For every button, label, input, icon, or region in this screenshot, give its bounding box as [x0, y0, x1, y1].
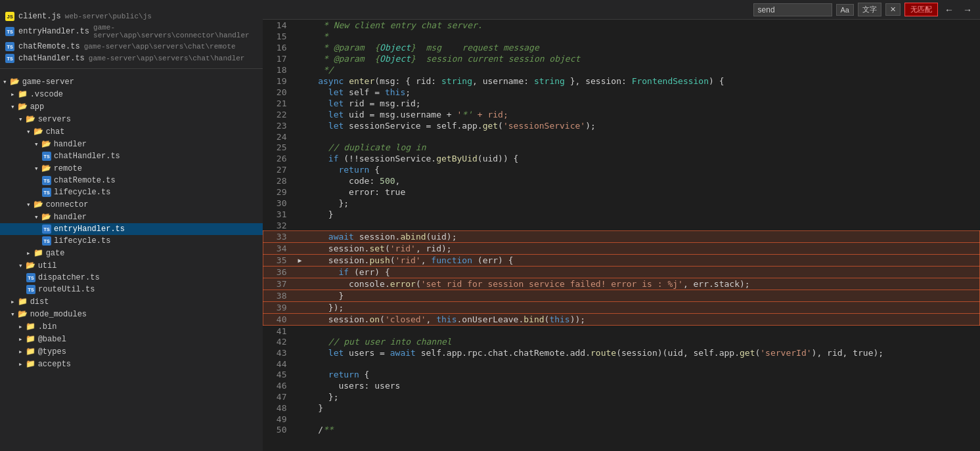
arrow-indicator [295, 314, 305, 326]
line-content [305, 220, 980, 231]
search-next-button[interactable]: → [960, 5, 975, 15]
recent-file-chatremote[interactable]: TS chatRemote.ts game-server\app\servers… [0, 41, 263, 53]
recent-file-client[interactable]: JS client.js web-server\public\js [0, 11, 263, 22]
tree-item-label: lifecycle.ts [54, 188, 110, 197]
tree-item-dist-folder[interactable]: ▸📁dist [0, 295, 263, 308]
arrow-indicator [295, 142, 305, 153]
tree-item-chatHandler-file[interactable]: TSchatHandler.ts [0, 150, 263, 162]
arrow-indicator [295, 278, 305, 290]
recent-files: JS client.js web-server\public\js TS ent… [0, 8, 263, 67]
tree-item-label: .vscode [30, 90, 63, 99]
tree-item-types-folder[interactable]: ▸📁@types [0, 345, 263, 358]
tree-item-app[interactable]: ▾📂app [0, 100, 263, 113]
line-number: 30 [263, 198, 295, 209]
ts-file-icon: TS [5, 42, 14, 51]
search-aa-button[interactable]: Aa [836, 4, 854, 16]
arrow-indicator [295, 164, 305, 175]
code-line-39: 39 }); [263, 302, 980, 314]
tree-item-label: util [38, 261, 57, 270]
code-line-35: 35▶ session.push('rid', function (err) { [263, 255, 980, 267]
line-number: 45 [263, 369, 295, 380]
arrow-indicator [295, 209, 305, 220]
tree-item-remote-folder[interactable]: ▾📂remote [0, 162, 263, 175]
tree-item-handler2-folder[interactable]: ▾📂handler [0, 211, 263, 223]
tree-item-babel-folder[interactable]: ▸📁@babel [0, 333, 263, 345]
line-number: 31 [263, 209, 295, 220]
line-number: 42 [263, 336, 295, 347]
workspace-header[interactable] [0, 70, 263, 75]
tree-item-routeUtil-file[interactable]: TSrouteUtil.ts [0, 284, 263, 295]
tree-item-servers[interactable]: ▾📂servers [0, 113, 263, 125]
arrow-indicator [295, 336, 305, 347]
arrow-indicator [295, 220, 305, 231]
tree-item-util-folder[interactable]: ▾📂util [0, 259, 263, 272]
recent-file-entryhandler[interactable]: TS entryHandler.ts game-server\app\serve… [0, 22, 263, 41]
tree-item-chat-folder[interactable]: ▾📂chat [0, 125, 263, 138]
line-number: 35 [263, 255, 295, 267]
line-content: session.on('closed', this.onUserLeave.bi… [305, 314, 980, 326]
file-path: web-server\public\js [65, 12, 152, 20]
line-content: * @param {Object} session current sessio… [305, 53, 980, 64]
line-content: error: true [305, 186, 980, 198]
line-number: 20 [263, 87, 295, 98]
code-editor[interactable]: 14 * New client entry chat server.15 *16… [263, 20, 980, 451]
recent-file-chathandler[interactable]: TS chatHandler.ts game-server\app\server… [0, 53, 263, 64]
line-content: }; [305, 198, 980, 209]
line-number: 32 [263, 220, 295, 231]
search-prev-button[interactable]: ← [942, 5, 956, 15]
line-content [305, 326, 980, 337]
arrow-indicator [295, 380, 305, 391]
tree-item-dispatcher-file[interactable]: TSdispatcher.ts [0, 272, 263, 284]
code-line-19: 19 async enter(msg: { rid: string, usern… [263, 75, 980, 87]
tree-item-node_modules-folder[interactable]: ▾📂node_modules [0, 308, 263, 320]
arrow-indicator [295, 302, 305, 314]
line-number: 40 [263, 314, 295, 326]
tree-item-lifecycle2-file[interactable]: TSlifecycle.ts [0, 235, 263, 247]
line-number: 15 [263, 31, 295, 42]
tree-item-bin-folder[interactable]: ▸📁.bin [0, 320, 263, 333]
line-number: 37 [263, 278, 295, 290]
tree-item-label: app [30, 102, 45, 112]
code-line-29: 29 error: true [263, 186, 980, 198]
arrow-indicator [295, 402, 305, 414]
line-content: code: 500, [305, 175, 980, 186]
file-path: game-server\app\servers\connector\handle… [93, 24, 257, 39]
tree-item-connector-folder[interactable]: ▾📂connector [0, 198, 263, 211]
arrow-indicator [295, 231, 305, 243]
tree-item-label: accepts [38, 360, 71, 369]
code-line-27: 27 return { [263, 164, 980, 175]
code-line-48: 48 } [263, 402, 980, 414]
line-number: 50 [263, 424, 295, 435]
search-ab-button[interactable]: 文字 [858, 3, 881, 16]
tree-item-lifecycle-file[interactable]: TSlifecycle.ts [0, 186, 263, 198]
search-input[interactable] [753, 3, 832, 16]
line-content: return { [305, 369, 980, 380]
arrow-indicator [295, 20, 305, 31]
line-number: 33 [263, 231, 295, 243]
search-bar: Aa 文字 ✕ 无匹配 ← → [263, 0, 980, 20]
tree-item-handler-folder[interactable]: ▾📂handler [0, 138, 263, 150]
line-number: 49 [263, 414, 295, 424]
no-match-button[interactable]: 无匹配 [904, 3, 938, 16]
search-close-button[interactable]: ✕ [885, 3, 901, 16]
explorer-header[interactable] [0, 0, 263, 8]
tree-item-entryHandler-file[interactable]: TSentryHandler.ts [0, 223, 263, 235]
tree-item-label: dispatcher.ts [38, 273, 100, 282]
line-number: 27 [263, 164, 295, 175]
tree-item-gate-folder[interactable]: ▸📁gate [0, 247, 263, 259]
arrow-indicator [295, 75, 305, 87]
line-content: * [305, 31, 980, 42]
line-content: let uid = msg.username + '*' + rid; [305, 109, 980, 120]
tree-item-label: chatHandler.ts [54, 152, 120, 161]
tree-item-chatRemote-file[interactable]: TSchatRemote.ts [0, 175, 263, 186]
divider [0, 68, 263, 69]
line-content: } [305, 402, 980, 414]
line-content: }); [305, 302, 980, 314]
line-number: 29 [263, 186, 295, 198]
line-number: 14 [263, 20, 295, 31]
line-number: 48 [263, 402, 295, 414]
tree-item-label: handler [54, 213, 87, 222]
tree-item-vscode[interactable]: ▸📁.vscode [0, 88, 263, 100]
tree-item-game-server[interactable]: ▾📂game-server [0, 75, 263, 88]
tree-item-accepts-folder[interactable]: ▸📁accepts [0, 358, 263, 370]
